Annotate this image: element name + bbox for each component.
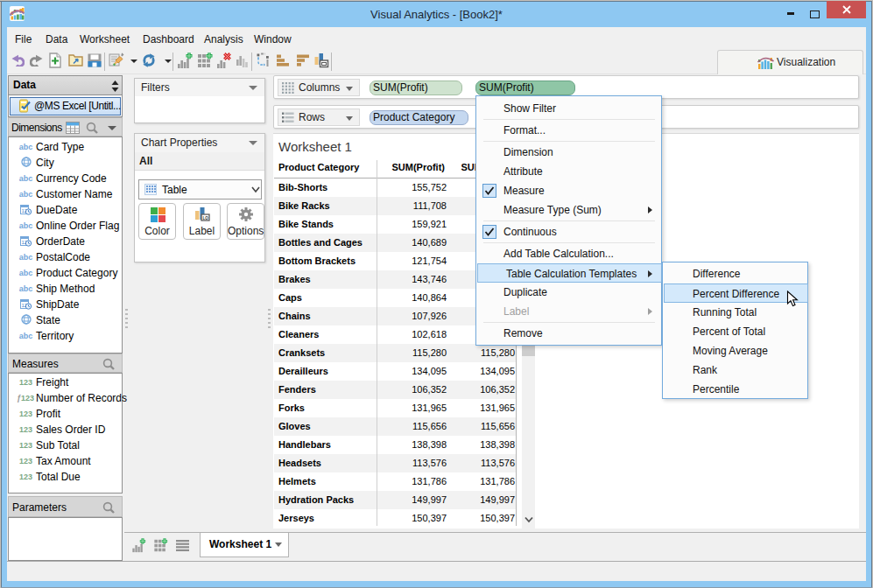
svg-text:LO: LO bbox=[203, 216, 209, 220]
